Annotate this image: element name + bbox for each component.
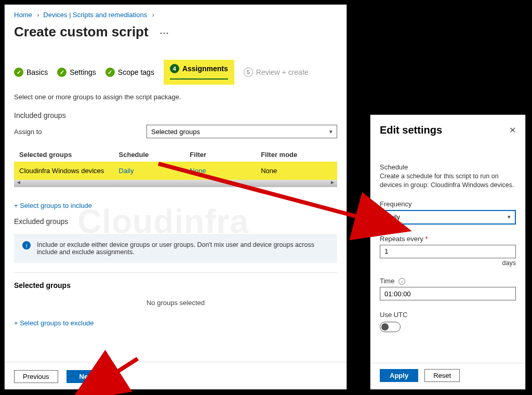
table-header: Selected groups Schedule Filter Filter m… (14, 148, 337, 162)
step-basics[interactable]: Basics (14, 68, 48, 77)
panel-footer-divider (370, 363, 525, 363)
step-label: Scope tags (118, 68, 154, 76)
time-input[interactable] (380, 287, 516, 300)
page-title-text: Create custom script (14, 24, 149, 40)
panel-header: Edit settings ✕ (380, 124, 516, 136)
select-groups-include-link[interactable]: + Select groups to include (14, 202, 92, 209)
assign-to-row: Assign to Selected groups ▾ (14, 125, 337, 138)
chevron-down-icon: ▾ (508, 214, 511, 220)
cell-filter[interactable]: None (190, 167, 261, 175)
breadcrumb-home[interactable]: Home (14, 11, 32, 19)
step-scope-tags[interactable]: Scope tags (105, 68, 154, 77)
time-label-text: Time (380, 277, 394, 285)
frequency-label: Frequency (380, 200, 516, 208)
previous-button[interactable]: Previous (14, 370, 58, 383)
step-label: Basics (26, 68, 48, 76)
instruction-text: Select one or more groups to assign the … (14, 93, 337, 101)
divider (14, 272, 337, 273)
assign-to-label: Assign to (14, 128, 147, 136)
schedule-label: Schedule (380, 163, 516, 171)
stepper: Basics Settings Scope tags 4 Assignments… (14, 60, 337, 85)
footer-divider (5, 362, 347, 362)
step-settings[interactable]: Settings (57, 68, 96, 77)
schedule-section: Schedule Create a schedule for this scri… (380, 163, 516, 190)
frequency-dropdown[interactable]: Daily ▾ (380, 210, 516, 225)
col-filter-mode: Filter mode (261, 151, 332, 159)
highlight-assignments: 4 Assignments (164, 60, 234, 85)
repeats-every-label: Repeats every * (380, 235, 516, 243)
repeats-unit: days (380, 259, 516, 267)
step-number-icon: 4 (170, 64, 179, 73)
required-asterisk: * (425, 235, 428, 243)
page-title: Create custom script ⋯ (14, 24, 337, 40)
panel-footer: Apply Reset (380, 369, 460, 382)
check-icon (14, 68, 23, 77)
select-groups-exclude-link[interactable]: + Select groups to exclude (14, 319, 94, 327)
chevron-right-icon: › (152, 11, 154, 19)
main-panel: Home › Devices | Scripts and remediation… (4, 4, 347, 390)
more-icon[interactable]: ⋯ (159, 28, 169, 38)
excluded-groups-label: Excluded groups (14, 217, 337, 226)
included-groups-label: Included groups (14, 111, 337, 120)
info-box: i Include or exclude either device group… (14, 234, 337, 263)
use-utc-label: Use UTC (380, 311, 516, 319)
horizontal-scrollbar[interactable] (14, 180, 337, 187)
schedule-description: Create a schedule for this script to run… (380, 172, 516, 190)
assign-to-dropdown[interactable]: Selected groups ▾ (147, 125, 337, 138)
step-label: Review + create (256, 68, 309, 76)
breadcrumb: Home › Devices | Scripts and remediation… (14, 11, 337, 19)
chevron-down-icon: ▾ (329, 128, 332, 135)
info-icon[interactable]: i (398, 278, 405, 285)
table-row[interactable]: Cloudinfra Windows devices Daily None No… (14, 162, 337, 180)
panel-title: Edit settings (380, 124, 442, 136)
info-text: Include or exclude either device groups … (37, 241, 329, 256)
next-button[interactable]: Next (66, 370, 107, 383)
cell-filter-mode: None (261, 167, 332, 175)
step-label: Assignments (182, 64, 228, 73)
footer: Previous Next (14, 370, 107, 383)
repeats-every-input[interactable] (380, 245, 516, 258)
toggle-knob (381, 323, 389, 331)
no-groups-text: No groups selected (14, 299, 337, 307)
step-number-icon: 5 (244, 68, 253, 77)
cell-schedule[interactable]: Daily (119, 167, 190, 175)
cell-group-name: Cloudinfra Windows devices (19, 167, 119, 175)
col-filter: Filter (190, 151, 261, 159)
edit-settings-panel: Edit settings ✕ Schedule Create a schedu… (370, 114, 526, 390)
check-icon (105, 68, 115, 77)
col-selected-groups: Selected groups (19, 151, 119, 159)
step-label: Settings (70, 68, 96, 76)
reset-button[interactable]: Reset (424, 369, 460, 382)
step-assignments[interactable]: 4 Assignments (170, 64, 228, 80)
selected-groups-table: Selected groups Schedule Filter Filter m… (14, 148, 337, 187)
time-label: Time i (380, 277, 516, 285)
chevron-right-icon: › (37, 11, 39, 19)
apply-button[interactable]: Apply (380, 369, 418, 382)
use-utc-toggle[interactable] (380, 322, 401, 332)
step-review-create: 5 Review + create (244, 68, 309, 77)
breadcrumb-devices[interactable]: Devices | Scripts and remediations (43, 11, 147, 19)
repeats-label-text: Repeats every (380, 235, 423, 243)
info-icon: i (22, 241, 31, 249)
frequency-value: Daily (385, 213, 400, 221)
close-icon[interactable]: ✕ (509, 125, 516, 135)
col-schedule: Schedule (119, 151, 190, 159)
check-icon (57, 68, 66, 77)
selected-groups-label: Selected groups (14, 281, 337, 289)
assign-to-value: Selected groups (151, 128, 200, 136)
